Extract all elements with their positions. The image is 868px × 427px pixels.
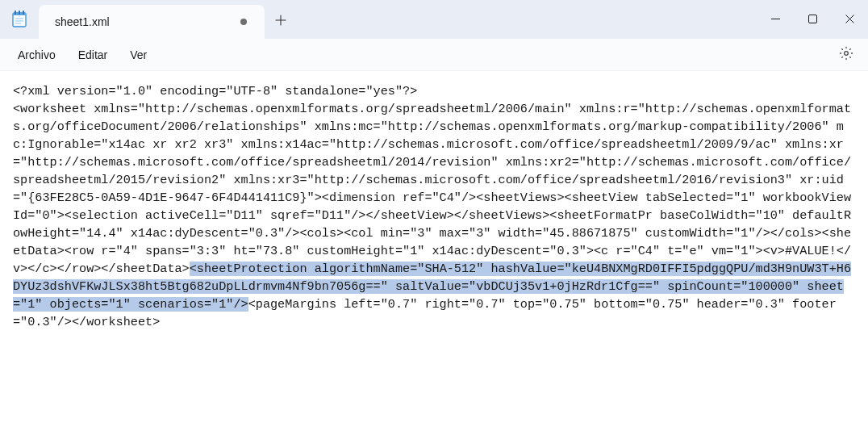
plus-icon — [275, 15, 286, 29]
titlebar: sheet1.xml — [0, 0, 868, 39]
menu-edit[interactable]: Editar — [67, 44, 119, 66]
window-controls — [757, 0, 868, 39]
settings-button[interactable] — [831, 41, 862, 68]
minimize-button[interactable] — [757, 0, 794, 39]
editor-content[interactable]: <?xml version="1.0" encoding="UTF-8" sta… — [0, 71, 868, 344]
close-button[interactable] — [831, 0, 868, 39]
tab-sheet1[interactable]: sheet1.xml — [39, 5, 265, 39]
xml-text-pre: <?xml version="1.0" encoding="UTF-8" sta… — [13, 84, 851, 276]
svg-rect-7 — [23, 10, 24, 15]
new-tab-button[interactable] — [265, 5, 297, 39]
maximize-button[interactable] — [794, 0, 831, 39]
maximize-icon — [808, 13, 817, 26]
menubar: Archivo Editar Ver — [0, 39, 868, 71]
gear-icon — [839, 50, 853, 63]
menu-file[interactable]: Archivo — [6, 44, 67, 66]
svg-rect-6 — [19, 10, 20, 15]
notepad-icon — [12, 10, 27, 30]
minimize-icon — [771, 13, 780, 26]
titlebar-spacer — [297, 0, 757, 39]
svg-point-9 — [845, 52, 849, 56]
tab-title: sheet1.xml — [55, 15, 231, 28]
unsaved-indicator — [240, 19, 247, 25]
close-icon — [845, 13, 854, 26]
menu-view[interactable]: Ver — [119, 44, 158, 66]
svg-rect-5 — [15, 10, 16, 15]
svg-rect-8 — [808, 15, 816, 23]
app-icon-wrap — [0, 0, 39, 39]
